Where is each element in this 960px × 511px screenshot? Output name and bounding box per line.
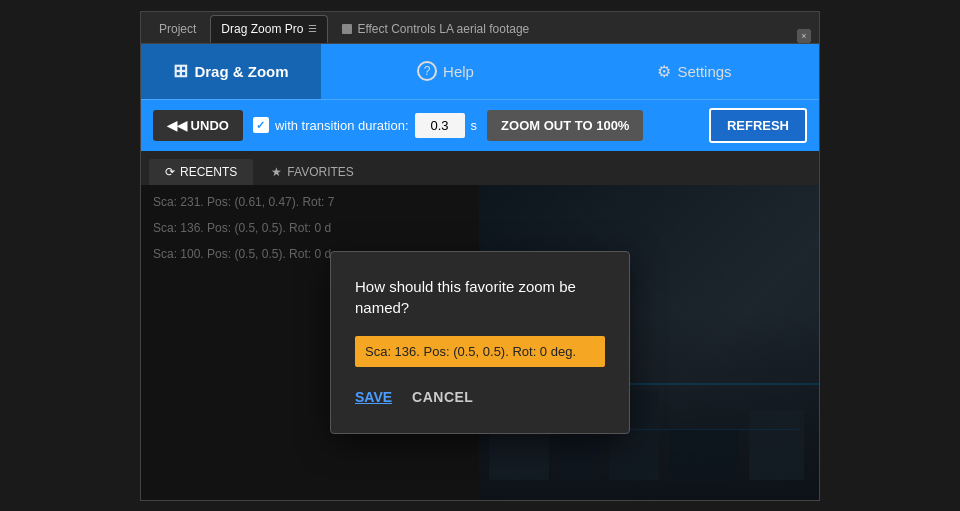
undo-label: ◀◀ UNDO — [167, 118, 229, 133]
transition-label: with transition duration: — [275, 118, 409, 133]
help-icon: ? — [417, 61, 437, 81]
favorites-label: FAVORITES — [287, 165, 353, 179]
window-close-button[interactable]: × — [797, 29, 811, 43]
tab-project[interactable]: Project — [149, 15, 206, 43]
duration-unit: s — [471, 118, 478, 133]
drag-zoom-label: Drag & Zoom — [194, 63, 288, 80]
window-controls: × — [797, 29, 811, 43]
dialog-buttons: SAVE CANCEL — [355, 385, 605, 409]
help-label: Help — [443, 63, 474, 80]
zoom-out-label: ZOOM OUT TO 100% — [501, 118, 629, 133]
tab-drag-zoom-pro[interactable]: Drag Zoom Pro ☰ — [210, 15, 328, 43]
tab-effect-controls-label: Effect Controls LA aerial footage — [357, 22, 529, 36]
settings-label: Settings — [677, 63, 731, 80]
drag-zoom-icon: ⊞ — [173, 60, 188, 82]
plugin-header: ⊞ Drag & Zoom ? Help ⚙ Settings — [141, 44, 819, 99]
cancel-label: CANCEL — [412, 389, 473, 405]
undo-button[interactable]: ◀◀ UNDO — [153, 110, 243, 141]
settings-icon: ⚙ — [657, 62, 671, 81]
dialog-overlay: How should this favorite zoom be named? … — [141, 185, 819, 500]
drag-zoom-tab[interactable]: ⊞ Drag & Zoom — [141, 44, 321, 99]
app-window: Project Drag Zoom Pro ☰ Effect Controls … — [140, 11, 820, 501]
cancel-button[interactable]: CANCEL — [412, 385, 473, 409]
refresh-button[interactable]: REFRESH — [709, 108, 807, 143]
duration-input[interactable] — [415, 113, 465, 138]
transition-group: with transition duration: s — [253, 113, 477, 138]
sub-tabs: ⟳ RECENTS ★ FAVORITES — [141, 151, 819, 185]
recents-label: RECENTS — [180, 165, 237, 179]
toolbar: ◀◀ UNDO with transition duration: s ZOOM… — [141, 99, 819, 151]
favorites-tab[interactable]: ★ FAVORITES — [255, 159, 369, 185]
content-area: Sca: 231. Pos: (0.61, 0.47). Rot: 7 Sca:… — [141, 185, 819, 500]
recents-icon: ⟳ — [165, 165, 175, 179]
refresh-label: REFRESH — [727, 118, 789, 133]
zoom-out-button[interactable]: ZOOM OUT TO 100% — [487, 110, 643, 141]
settings-tab[interactable]: ⚙ Settings — [570, 44, 819, 99]
help-tab[interactable]: ? Help — [321, 44, 570, 99]
tab-project-label: Project — [159, 22, 196, 36]
recents-tab[interactable]: ⟳ RECENTS — [149, 159, 253, 185]
save-button[interactable]: SAVE — [355, 385, 392, 409]
menu-icon: ☰ — [308, 23, 317, 34]
tab-icon — [342, 24, 352, 34]
dialog: How should this favorite zoom be named? … — [330, 251, 630, 434]
dialog-title: How should this favorite zoom be named? — [355, 276, 605, 318]
tab-effect-controls[interactable]: Effect Controls LA aerial footage — [332, 15, 539, 43]
transition-checkbox[interactable] — [253, 117, 269, 133]
tab-drag-zoom-pro-label: Drag Zoom Pro — [221, 22, 303, 36]
dialog-name-input[interactable] — [355, 336, 605, 367]
tab-bar: Project Drag Zoom Pro ☰ Effect Controls … — [141, 12, 819, 44]
save-label: SAVE — [355, 389, 392, 405]
favorites-icon: ★ — [271, 165, 282, 179]
